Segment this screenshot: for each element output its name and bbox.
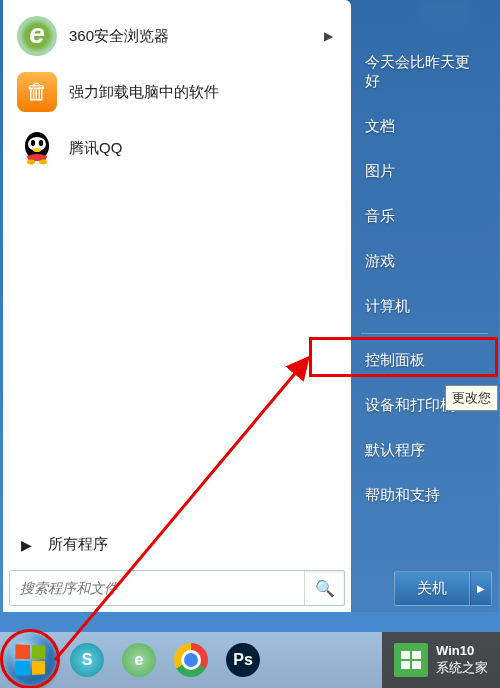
start-button[interactable] — [4, 633, 58, 687]
svg-point-2 — [31, 140, 35, 146]
app-label: 强力卸载电脑中的软件 — [69, 83, 219, 102]
games-link[interactable]: 游戏 — [351, 239, 498, 284]
search-input[interactable] — [10, 571, 304, 605]
shutdown-button[interactable]: 关机 — [394, 571, 470, 606]
help-support-link[interactable]: 帮助和支持 — [351, 473, 498, 518]
svg-rect-10 — [412, 651, 421, 659]
music-link[interactable]: 音乐 — [351, 194, 498, 239]
taskbar-icon-browser[interactable]: S — [64, 640, 110, 680]
taskbar-icon-photoshop[interactable]: Ps — [220, 640, 266, 680]
svg-rect-9 — [401, 651, 410, 659]
start-menu-left-panel: 360安全浏览器 ▶ 强力卸载电脑中的软件 — [3, 0, 351, 612]
app-item-qq[interactable]: 腾讯QQ — [7, 120, 347, 176]
start-menu-right-panel: 今天会比昨天更好 文档 图片 音乐 游戏 计算机 控制面板 设备和打印机 默认程… — [351, 0, 498, 612]
photoshop-icon: Ps — [226, 643, 260, 677]
ie-icon: e — [122, 643, 156, 677]
triangle-right-icon: ▶ — [21, 537, 32, 553]
pictures-link[interactable]: 图片 — [351, 149, 498, 194]
svg-rect-12 — [412, 661, 421, 669]
svg-point-5 — [27, 160, 35, 165]
qq-icon — [17, 128, 57, 168]
search-button[interactable]: 🔍 — [304, 571, 344, 605]
chevron-right-icon: ▶ — [324, 29, 333, 43]
taskbar-icon-chrome[interactable] — [168, 640, 214, 680]
svg-point-4 — [33, 148, 41, 152]
app-item-360-browser[interactable]: 360安全浏览器 ▶ — [7, 8, 347, 64]
all-programs-label: 所有程序 — [48, 535, 108, 554]
svg-rect-11 — [401, 661, 410, 669]
control-panel-link[interactable]: 控制面板 — [351, 338, 498, 383]
uninstaller-icon — [17, 72, 57, 112]
browser-icon: S — [70, 643, 104, 677]
start-menu: 360安全浏览器 ▶ 强力卸载电脑中的软件 — [3, 0, 498, 612]
user-folder-link[interactable]: 今天会比昨天更好 — [351, 40, 498, 104]
taskbar-icon-ie[interactable]: e — [116, 640, 162, 680]
start-search-box[interactable]: 🔍 — [9, 570, 345, 606]
chrome-icon — [174, 643, 208, 677]
svg-point-6 — [39, 160, 47, 165]
tooltip-partial: 更改您 — [445, 385, 498, 411]
search-icon: 🔍 — [315, 579, 335, 598]
separator — [361, 333, 488, 334]
pinned-app-list: 360安全浏览器 ▶ 强力卸载电脑中的软件 — [7, 8, 347, 525]
360-browser-icon — [17, 16, 57, 56]
watermark-text: Win10 系统之家 — [436, 643, 488, 677]
windows-logo-icon — [15, 644, 45, 676]
all-programs-button[interactable]: ▶ 所有程序 — [7, 525, 347, 564]
svg-point-3 — [39, 140, 43, 146]
watermark: Win10 系统之家 — [382, 632, 500, 688]
app-label: 360安全浏览器 — [69, 27, 169, 46]
shutdown-options-arrow[interactable]: ▶ — [470, 571, 492, 606]
app-label: 腾讯QQ — [69, 139, 122, 158]
computer-link[interactable]: 计算机 — [351, 284, 498, 329]
default-programs-link[interactable]: 默认程序 — [351, 428, 498, 473]
shutdown-button-group: 关机 ▶ — [394, 571, 492, 606]
documents-link[interactable]: 文档 — [351, 104, 498, 149]
app-item-uninstaller[interactable]: 强力卸载电脑中的软件 — [7, 64, 347, 120]
watermark-logo-icon — [394, 643, 428, 677]
